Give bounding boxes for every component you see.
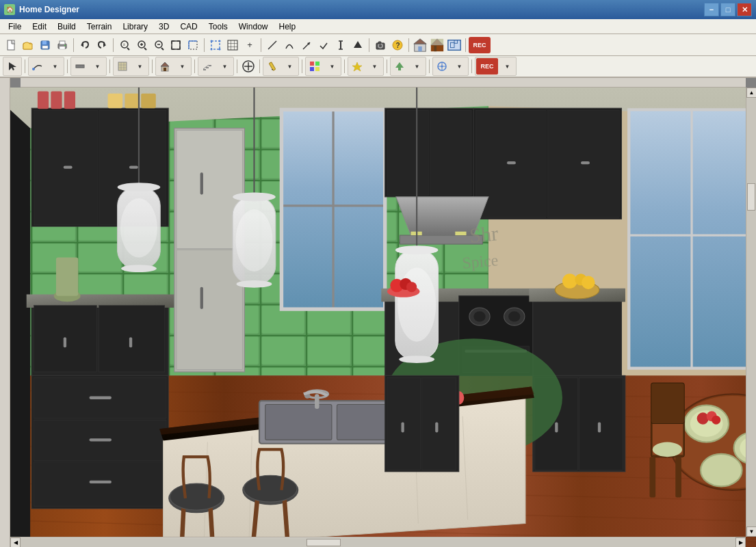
select-area-button[interactable] [207, 37, 224, 53]
scrollbar-vertical[interactable]: ▲ ▼ [746, 88, 756, 537]
rec-button[interactable]: REC [469, 37, 491, 53]
wall-dropdown[interactable]: ▼ [89, 58, 105, 75]
floor-button[interactable] [114, 58, 131, 75]
scroll-left-button[interactable]: ◀ [10, 537, 21, 548]
up-arrow-button[interactable] [350, 37, 366, 53]
vertical-button[interactable] [333, 37, 349, 53]
structure-button[interactable] [157, 58, 173, 75]
pencil-button[interactable] [264, 58, 281, 75]
menu-library[interactable]: Library [117, 21, 153, 33]
scrollbar-horizontal[interactable]: ◀ ▶ [10, 537, 746, 547]
svg-point-234 [235, 209, 272, 271]
menu-3d[interactable]: 3D [153, 21, 174, 33]
new-button[interactable] [3, 37, 19, 53]
symbol-button[interactable] [349, 58, 365, 75]
menu-tools[interactable]: Tools [203, 21, 233, 33]
record-dropdown[interactable]: ▼ [499, 58, 515, 75]
scrollbar-h-track [21, 538, 735, 547]
check-button[interactable] [315, 37, 332, 53]
floorplan-button[interactable] [446, 37, 462, 53]
close-button[interactable]: ✕ [737, 3, 752, 16]
menu-terrain[interactable]: Terrain [81, 21, 118, 33]
record-button[interactable]: REC [476, 58, 498, 75]
sep3 [204, 38, 205, 52]
zoom-select-button[interactable] [185, 37, 201, 53]
move-dropdown[interactable]: ▼ [408, 58, 425, 75]
zoom-in-button[interactable] [133, 37, 150, 53]
scroll-down-button[interactable]: ▼ [746, 526, 756, 537]
menu-cad[interactable]: CAD [174, 21, 203, 33]
interior-view-button[interactable] [429, 37, 445, 53]
draw-line-button[interactable] [29, 58, 46, 75]
save-button[interactable] [37, 37, 53, 53]
open-button[interactable] [20, 37, 36, 53]
sep-t7 [259, 59, 260, 73]
crosshair-button[interactable] [434, 58, 450, 75]
structure-dropdown[interactable]: ▼ [174, 58, 190, 75]
viewport[interactable]: Shr Spice [10, 78, 756, 547]
ruler-horizontal [21, 78, 746, 88]
draw-line-dropdown[interactable]: ▼ [47, 58, 63, 75]
scroll-right-button[interactable]: ▶ [735, 537, 746, 548]
scrollbar-h-thumb[interactable] [307, 539, 341, 546]
menu-edit[interactable]: Edit [27, 21, 52, 33]
svg-rect-129 [141, 94, 156, 109]
svg-rect-89 [310, 62, 314, 66]
svg-rect-3 [42, 41, 47, 44]
place-item-button[interactable] [240, 58, 257, 75]
menu-build[interactable]: Build [52, 21, 81, 33]
zoom-out-button[interactable] [151, 37, 167, 53]
svg-marker-77 [161, 62, 169, 66]
svg-marker-93 [395, 62, 404, 68]
viewport-inner: Shr Spice [10, 88, 756, 547]
move-up-button[interactable] [391, 58, 408, 75]
svg-line-12 [127, 48, 129, 50]
floor-dropdown[interactable]: ▼ [131, 58, 148, 75]
help-button[interactable]: ? [389, 37, 406, 53]
sep4 [261, 38, 261, 52]
menu-window[interactable]: Window [233, 21, 274, 33]
svg-point-267 [406, 282, 417, 292]
sep-t12 [471, 59, 472, 73]
main-area: Shr Spice [0, 78, 756, 547]
zoom-scroll-button[interactable]: ± [116, 37, 133, 53]
crosshair-dropdown[interactable]: ▼ [451, 58, 467, 75]
undo-button[interactable] [77, 37, 93, 53]
redo-button[interactable] [94, 37, 110, 53]
add-button[interactable]: + [242, 37, 258, 53]
stair-button[interactable] [199, 58, 216, 75]
menu-file[interactable]: File [3, 21, 27, 33]
toolbar-main: ± + ? [0, 34, 756, 56]
line-button[interactable] [264, 37, 281, 53]
arrow-button[interactable] [298, 37, 315, 53]
stair-dropdown[interactable]: ▼ [216, 58, 233, 75]
exterior-view-button[interactable] [412, 37, 428, 53]
draw-line-group: ▼ [28, 57, 64, 76]
grid-button[interactable] [224, 37, 241, 53]
pencil-dropdown[interactable]: ▼ [281, 58, 298, 75]
svg-rect-134 [64, 337, 66, 347]
select-arrow-button[interactable] [4, 58, 21, 75]
scroll-up-button[interactable]: ▲ [746, 88, 756, 98]
svg-rect-194 [265, 404, 332, 440]
svg-rect-57 [418, 46, 422, 51]
ruler-vertical [0, 78, 10, 547]
scrollbar-v-thumb[interactable] [747, 183, 755, 211]
sep-t9 [344, 59, 345, 73]
material-button[interactable] [307, 58, 323, 75]
camera-button[interactable] [372, 37, 389, 53]
material-dropdown[interactable]: ▼ [324, 58, 340, 75]
svg-rect-141 [200, 172, 203, 194]
symbol-dropdown[interactable]: ▼ [366, 58, 382, 75]
svg-text:Spice: Spice [461, 251, 499, 271]
wall-button[interactable] [72, 58, 88, 75]
svg-point-34 [211, 40, 213, 42]
minimize-button[interactable]: − [704, 3, 719, 16]
svg-rect-189 [90, 481, 112, 483]
menu-help[interactable]: Help [273, 21, 301, 33]
record-tool-group: REC ▼ [475, 57, 517, 76]
maximize-button[interactable]: □ [720, 3, 735, 16]
fill-window-button[interactable] [168, 37, 184, 53]
arc-button[interactable] [281, 37, 298, 53]
print-button[interactable] [54, 37, 70, 53]
